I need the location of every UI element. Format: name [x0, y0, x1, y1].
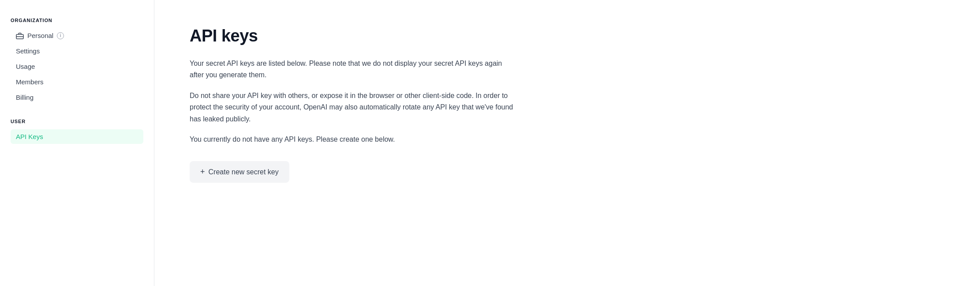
create-secret-key-button[interactable]: + Create new secret key	[190, 161, 289, 183]
sidebar-item-personal[interactable]: Personal i	[11, 28, 143, 43]
create-secret-key-label: Create new secret key	[209, 168, 279, 176]
sidebar-item-usage[interactable]: Usage	[11, 59, 143, 74]
page-title: API keys	[190, 26, 516, 45]
sidebar-item-members-label: Members	[16, 78, 44, 86]
sidebar-item-api-keys[interactable]: API Keys	[11, 129, 143, 144]
description-text-2: Do not share your API key with others, o…	[190, 90, 516, 125]
plus-icon: +	[200, 167, 205, 177]
sidebar-item-billing[interactable]: Billing	[11, 90, 143, 105]
main-content: API keys Your secret API keys are listed…	[154, 0, 551, 286]
sidebar-item-personal-label: Personal	[27, 32, 53, 39]
sidebar-item-settings[interactable]: Settings	[11, 44, 143, 58]
user-section-label: USER	[11, 119, 143, 124]
sidebar-item-billing-label: Billing	[16, 94, 34, 101]
description-block-1: Your secret API keys are listed below. P…	[190, 58, 516, 81]
description-block-3: You currently do not have any API keys. …	[190, 134, 516, 145]
sidebar-item-members[interactable]: Members	[11, 75, 143, 89]
sidebar-item-usage-label: Usage	[16, 63, 35, 70]
description-text-3: You currently do not have any API keys. …	[190, 134, 516, 145]
description-text-1: Your secret API keys are listed below. P…	[190, 58, 516, 81]
description-block-2: Do not share your API key with others, o…	[190, 90, 516, 125]
org-section-label: ORGANIZATION	[11, 18, 143, 23]
org-section: ORGANIZATION Personal i Settings Usage M…	[11, 18, 143, 105]
sidebar: ORGANIZATION Personal i Settings Usage M…	[0, 0, 154, 286]
briefcase-icon	[16, 32, 24, 39]
sidebar-item-settings-label: Settings	[16, 47, 40, 55]
sidebar-item-api-keys-label: API Keys	[16, 133, 43, 140]
info-icon[interactable]: i	[57, 32, 64, 39]
user-section: USER API Keys	[11, 119, 143, 144]
